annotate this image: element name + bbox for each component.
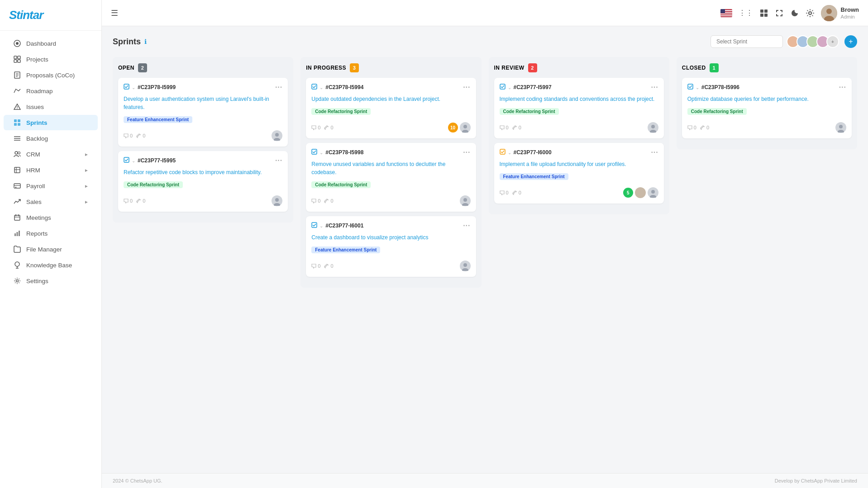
card-assignee-avatar [648, 122, 658, 133]
svg-rect-40 [764, 9, 768, 13]
card-menu-button[interactable]: ··· [275, 83, 282, 91]
card-tag[interactable]: Feature Enhancement Sprint [500, 173, 568, 180]
card-tag[interactable]: Feature Enhancement Sprint [124, 116, 192, 123]
sidebar-item-knowledge-base[interactable]: Knowledge Base [4, 257, 98, 273]
sidebar-item-settings[interactable]: Settings [4, 273, 98, 289]
card-id: #C23P78-I5999 [138, 84, 176, 90]
svg-rect-15 [14, 123, 17, 126]
nav-arrow-icon: ► [84, 152, 89, 157]
column-header: OPEN 2 [118, 63, 288, 72]
svg-rect-34 [19, 231, 20, 236]
sprint-select-input[interactable] [711, 35, 783, 48]
sidebar-item-label: Proposals (CoCo) [26, 72, 75, 79]
card-id: #C23P78-I5994 [325, 84, 363, 90]
card-menu-button[interactable]: ··· [463, 222, 470, 230]
card-menu-button[interactable]: ··· [463, 83, 470, 91]
card-assignees [835, 122, 846, 133]
card-tag[interactable]: Code Refactoring Sprint [500, 108, 559, 115]
add-sprint-button[interactable]: + [844, 35, 857, 48]
column-inreview: IN REVIEW 2 ⌄ #C23P77-I5997 ··· Implemen… [489, 57, 669, 214]
svg-point-20 [15, 152, 18, 154]
sidebar-item-crm[interactable]: CRM ► [4, 147, 98, 162]
sidebar-item-backlog[interactable]: Backlog [4, 131, 98, 146]
sidebar-item-meetings[interactable]: Meetings [4, 210, 98, 225]
fullscreen-icon[interactable] [775, 9, 784, 18]
card-tag[interactable]: Code Refactoring Sprint [311, 108, 371, 115]
card-menu-button[interactable]: ··· [275, 156, 282, 165]
column-open: OPEN 2 ⌄ #C23P78-I5999 ··· Develop a use… [113, 57, 293, 223]
svg-rect-16 [18, 123, 20, 126]
sidebar-item-proposals[interactable]: Proposals (CoCo) [4, 67, 98, 83]
card-footer: 0 0 [311, 195, 470, 206]
menu-toggle[interactable]: ☰ [111, 8, 118, 18]
info-icon[interactable]: ℹ [144, 38, 147, 45]
svg-rect-59 [312, 149, 317, 154]
card-menu-button[interactable]: ··· [463, 148, 470, 156]
sidebar-item-projects[interactable]: Projects [4, 52, 98, 67]
card-task-icon [124, 84, 129, 91]
card-description: Implement coding standards and conventio… [500, 95, 658, 103]
sidebar-item-issues[interactable]: Issues [4, 99, 98, 114]
card-assignees [648, 122, 658, 133]
footer: 2024 © ChetsApp UG. Develop by ChetsApp … [102, 473, 868, 488]
svg-point-53 [275, 198, 279, 202]
card-header: ⌄ #C23P78-I5999 ··· [124, 83, 282, 91]
card-tag[interactable]: Feature Enhancement Sprint [311, 246, 380, 253]
svg-rect-39 [760, 9, 763, 13]
sidebar-item-sales[interactable]: Sales ► [4, 194, 98, 209]
column-header: IN REVIEW 2 [494, 63, 664, 72]
card-chevron-icon: ⌄ [696, 85, 699, 90]
comment-count: 0 [311, 198, 320, 204]
comment-count: 0 [311, 263, 320, 269]
roadmap-nav-icon [13, 87, 22, 95]
sidebar-item-payroll[interactable]: Payroll ► [4, 178, 98, 194]
content-area: Sprints ℹ + + OPEN 2 [102, 26, 868, 473]
column-inprogress: IN PROGRESS 3 ⌄ #C23P78-I5994 ··· Update… [300, 57, 481, 288]
attachment-count: 0 [324, 263, 333, 269]
comment-count: 0 [124, 198, 133, 204]
card-assignees [460, 195, 471, 206]
attachment-count: 0 [324, 125, 333, 130]
sidebar-item-label: Reports [26, 230, 48, 237]
card-task-icon [311, 149, 317, 156]
sidebar-item-reports[interactable]: Reports [4, 226, 98, 241]
card-assignee-avatar [460, 261, 471, 271]
sales-nav-icon [13, 198, 22, 205]
svg-point-45 [826, 9, 832, 14]
sidebar-item-label: Sprints [26, 119, 48, 126]
card-menu-button[interactable]: ··· [651, 148, 658, 156]
svg-rect-14 [18, 119, 20, 122]
card-tag[interactable]: Code Refactoring Sprint [311, 181, 371, 188]
card-header: ⌄ #C23P78-I5998 ··· [311, 148, 470, 156]
svg-rect-25 [14, 184, 20, 188]
language-flag[interactable] [720, 9, 732, 17]
sidebar-item-label: CRM [26, 151, 40, 158]
dark-mode-icon[interactable] [790, 9, 799, 18]
sidebar-item-sprints[interactable]: Sprints [4, 115, 98, 130]
user-role: Admin [841, 14, 859, 19]
card-menu-button[interactable]: ··· [839, 83, 846, 91]
apps-icon[interactable]: ⋮⋮ [739, 9, 753, 17]
sidebar-item-file-manager[interactable]: File Manager [4, 242, 98, 257]
card-tag[interactable]: Code Refactoring Sprint [687, 108, 747, 115]
task-card: ⌄ #C23P77-I5997 ··· Implement coding sta… [494, 78, 664, 138]
card-footer: 0 0 5 [500, 187, 658, 198]
sidebar-item-dashboard[interactable]: Dashboard [4, 36, 98, 51]
card-id-row: ⌄ #C23P77-I5997 [500, 84, 552, 91]
svg-point-21 [18, 152, 20, 154]
card-meta: 0 0 [311, 198, 333, 204]
card-menu-button[interactable]: ··· [651, 83, 658, 91]
apps-grid-icon[interactable] [759, 9, 768, 18]
card-task-icon [500, 149, 506, 156]
column-count-badge: 1 [710, 63, 719, 72]
user-menu[interactable]: Brown Admin [821, 5, 859, 21]
comment-count: 0 [124, 133, 133, 138]
svg-rect-75 [688, 84, 693, 89]
card-meta: 0 0 [311, 125, 333, 130]
sidebar-item-roadmap[interactable]: Roadmap [4, 83, 98, 99]
card-tag[interactable]: Code Refactoring Sprint [124, 181, 183, 188]
column-closed: CLOSED 1 ⌄ #C23P78-I5996 ··· Optimize da… [677, 57, 857, 149]
sidebar-item-hrm[interactable]: HRM ► [4, 162, 98, 178]
settings-icon[interactable] [806, 9, 815, 18]
svg-rect-42 [764, 14, 768, 17]
